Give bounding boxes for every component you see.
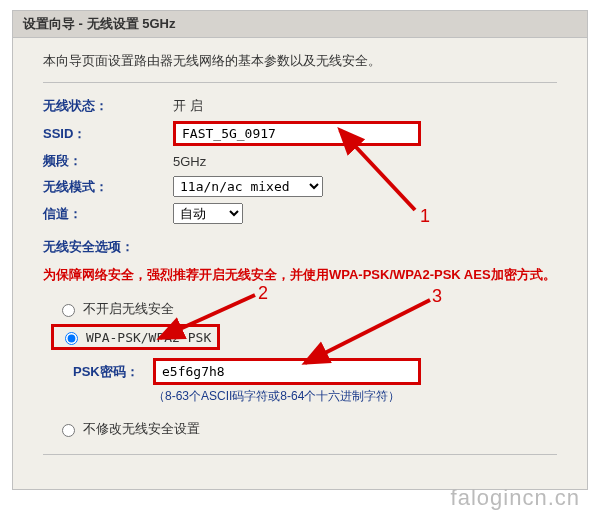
row-band: 频段： 5GHz — [43, 152, 557, 170]
annotation-2: 2 — [258, 283, 268, 304]
radio-keep[interactable] — [62, 424, 75, 437]
security-warning: 为保障网络安全，强烈推荐开启无线安全，并使用WPA-PSK/WPA2-PSK A… — [43, 264, 557, 286]
psk-input[interactable] — [153, 358, 421, 385]
annotation-1: 1 — [420, 206, 430, 227]
radio-none[interactable] — [62, 304, 75, 317]
row-status: 无线状态： 开 启 — [43, 97, 557, 115]
row-mode: 无线模式： 11a/n/ac mixed — [43, 176, 557, 197]
row-channel: 信道： 自动 — [43, 203, 557, 224]
status-value: 开 启 — [173, 97, 353, 115]
separator-top — [43, 82, 557, 83]
channel-select[interactable]: 自动 — [173, 203, 243, 224]
radio-wpa-label: WPA-PSK/WPA2-PSK — [86, 330, 211, 345]
annotation-3: 3 — [432, 286, 442, 307]
security-heading: 无线安全选项： — [43, 238, 557, 256]
panel-body: 本向导页面设置路由器无线网络的基本参数以及无线安全。 无线状态： 开 启 SSI… — [13, 38, 587, 489]
psk-hint: （8-63个ASCII码字符或8-64个十六进制字符） — [153, 387, 557, 406]
mode-label: 无线模式： — [43, 178, 173, 196]
radio-keep-label: 不修改无线安全设置 — [83, 420, 200, 438]
radio-row-keep[interactable]: 不修改无线安全设置 — [57, 420, 557, 438]
radio-row-wpa[interactable]: WPA-PSK/WPA2-PSK — [51, 324, 557, 350]
channel-label: 信道： — [43, 205, 173, 223]
row-ssid: SSID： — [43, 121, 557, 146]
intro-text: 本向导页面设置路由器无线网络的基本参数以及无线安全。 — [43, 52, 557, 70]
separator-bottom — [43, 454, 557, 455]
mode-select[interactable]: 11a/n/ac mixed — [173, 176, 323, 197]
psk-label: PSK密码： — [73, 363, 153, 381]
panel-title: 设置向导 - 无线设置 5GHz — [13, 11, 587, 38]
ssid-input[interactable] — [173, 121, 421, 146]
radio-wpa[interactable] — [65, 332, 78, 345]
band-label: 频段： — [43, 152, 173, 170]
row-psk: PSK密码： — [73, 358, 557, 385]
radio-row-none[interactable]: 不开启无线安全 — [57, 300, 557, 318]
wpa-highlight-box: WPA-PSK/WPA2-PSK — [51, 324, 220, 350]
band-value: 5GHz — [173, 154, 353, 169]
status-label: 无线状态： — [43, 97, 173, 115]
ssid-label: SSID： — [43, 125, 173, 143]
radio-none-label: 不开启无线安全 — [83, 300, 174, 318]
wizard-panel: 设置向导 - 无线设置 5GHz 本向导页面设置路由器无线网络的基本参数以及无线… — [12, 10, 588, 490]
watermark-text: falogincn.cn — [451, 485, 580, 511]
